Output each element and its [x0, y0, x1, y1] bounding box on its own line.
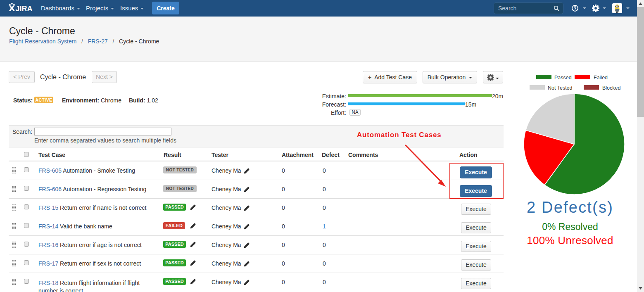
svg-text:JIRA: JIRA: [16, 5, 33, 13]
